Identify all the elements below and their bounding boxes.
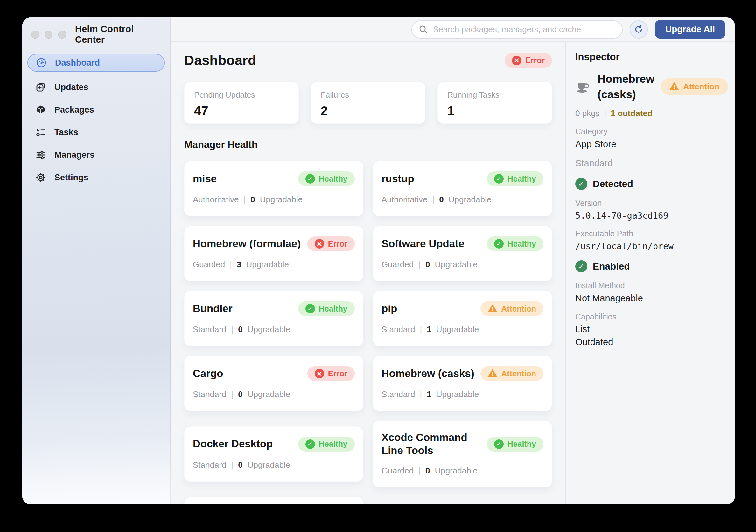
manager-card-mise[interactable]: mise ✓ Healthy Authoritative | 0 Upgrada… [184,161,364,216]
toolbar: Upgrade All [171,17,735,42]
manager-name: Software Update [382,237,482,251]
category-value: App Store [575,139,726,149]
manager-card-bundler[interactable]: Bundler ✓ Healthy Standard | 0 Upgradabl… [184,291,364,346]
manager-tier: Authoritative [193,195,239,204]
inspector-heading: Inspector [575,51,726,63]
manager-subtitle: Standard | 0 Upgradable [193,389,355,399]
sidebar-item-dashboard[interactable]: Dashboard [27,54,165,71]
sidebar-item-tasks[interactable]: Tasks [27,123,165,141]
inspector-status-badge: Attention [661,78,728,95]
manager-subtitle: Guarded | 0 Upgradable [382,466,543,476]
manager-tier: Standard [193,389,227,399]
sidebar-item-label: Packages [54,105,94,115]
manager-name: pip [382,302,475,315]
window-title: Helm Control Center [75,24,165,45]
detected-status: ✓ Detected [575,178,726,190]
traffic-light-zoom[interactable] [58,31,66,39]
stat-card: Running Tasks 1 [438,82,552,124]
traffic-light-close[interactable] [31,31,39,39]
packages-icon [35,104,46,116]
outdated-count: 1 outdated [610,109,652,119]
upgradable-label: Upgradable [260,195,303,204]
stat-label: Running Tasks [447,90,542,100]
manager-card-firmware-updates[interactable]: Firmware Updates ✓ Healthy Guarded | 0 U… [184,497,364,504]
search-input[interactable] [411,20,623,39]
manager-card-docker-desktop[interactable]: Docker Desktop ✓ Healthy Standard | 0 Up… [184,426,364,482]
sidebar-item-settings[interactable]: Settings [27,169,165,186]
sidebar-item-managers[interactable]: Managers [27,146,165,164]
stat-card: Pending Updates 47 [184,82,299,124]
stat-label: Failures [321,90,416,100]
separator: | [420,389,422,399]
stat-value: 2 [321,104,416,118]
upgrade-all-button[interactable]: Upgrade All [655,20,725,39]
attention-icon [669,82,679,91]
install-method-field: Install Method Not Manageable [575,281,726,304]
status-badge: ✓ Healthy [298,301,355,316]
inspector-panel: Inspector Homebrew (casks) [565,42,735,504]
upgradable-label: Upgradable [248,325,290,334]
attention-icon [488,369,497,378]
manager-name: Xcode Command Line Tools [382,431,482,457]
global-status-badge: × Error [505,53,552,68]
manager-card-rustup[interactable]: rustup ✓ Healthy Authoritative | 0 Upgra… [373,161,552,216]
manager-card-cargo[interactable]: Cargo × Error Standard | 0 Upgradable [184,356,364,411]
separator: | [432,195,435,204]
manager-card-xcode-command-line-tools[interactable]: Xcode Command Line Tools ✓ Healthy Guard… [373,421,552,488]
upgradable-label: Upgradable [435,466,477,476]
manager-name: Docker Desktop [193,438,293,451]
manager-subtitle: Standard | 1 Upgradable [382,389,543,399]
refresh-button[interactable] [630,20,648,39]
gauge-icon [36,57,47,68]
titlebar: Helm Control Center [27,28,165,40]
sidebar-item-packages[interactable]: Packages [27,101,165,119]
tasks-icon [35,127,46,138]
manager-card-homebrew-formulae-[interactable]: Homebrew (formulae) × Error Guarded | 3 … [184,226,364,281]
manager-tier: Guarded [382,260,414,270]
upgradable-count: 0 [425,260,430,270]
status-badge: × Error [307,236,355,251]
manager-health-heading: Manager Health [184,139,552,150]
inspector-meta: 0 pkgs | 1 outdated [575,109,726,119]
manager-tier: Authoritative [382,195,428,204]
capability-value: Outdated [575,337,726,347]
check-icon: ✓ [575,260,587,272]
manager-subtitle: Guarded | 0 Upgradable [382,260,543,270]
managers-icon [35,149,46,161]
upgradable-label: Upgradable [246,260,288,270]
traffic-light-minimize[interactable] [45,31,53,39]
inspector-item-header: Homebrew (casks) Attention [575,71,726,102]
sidebar-item-label: Updates [54,82,89,92]
check-icon: ✓ [575,178,587,190]
stats-row: Pending Updates 47 Failures 2 Running Ta… [184,82,552,124]
status-badge: Attention [480,301,543,316]
status-badge: Attention [480,366,543,381]
sidebar-item-updates[interactable]: Updates [27,78,165,96]
pkg-count: 0 pkgs [575,109,600,119]
attention-icon [488,304,497,313]
manager-tier: Standard [193,460,227,470]
install-method-value: Not Manageable [575,293,726,304]
upgradable-count: 0 [238,389,242,399]
manager-card-software-update[interactable]: Software Update ✓ Healthy Guarded | 0 Up… [373,226,552,281]
dashboard-content: Dashboard × Error Pending Updates 47 Fai… [171,42,565,504]
upgradable-count: 1 [427,325,431,334]
manager-name: mise [193,173,293,185]
upgradable-count: 3 [237,260,241,270]
manager-name: Homebrew (casks) [382,367,475,380]
check-icon: ✓ [306,439,315,449]
upgradable-label: Upgradable [248,460,290,470]
separator: | [418,466,420,476]
manager-tier: Guarded [382,466,414,476]
check-icon: ✓ [306,304,315,313]
manager-card-pip[interactable]: pip Attention Standard | 1 Upgradable [373,291,552,346]
check-icon: ✓ [494,174,504,184]
upgradable-count: 0 [238,325,242,334]
cask-cup-icon [575,79,591,94]
manager-subtitle: Standard | 0 Upgradable [193,325,355,334]
separator: | [244,195,246,204]
manager-name: rustup [382,173,482,185]
path-value: /usr/local/bin/brew [575,241,726,251]
sidebar: Helm Control Center Dashboard Updates Pa… [22,17,171,504]
manager-card-homebrew-casks-[interactable]: Homebrew (casks) Attention Standard | 1 … [373,356,552,411]
